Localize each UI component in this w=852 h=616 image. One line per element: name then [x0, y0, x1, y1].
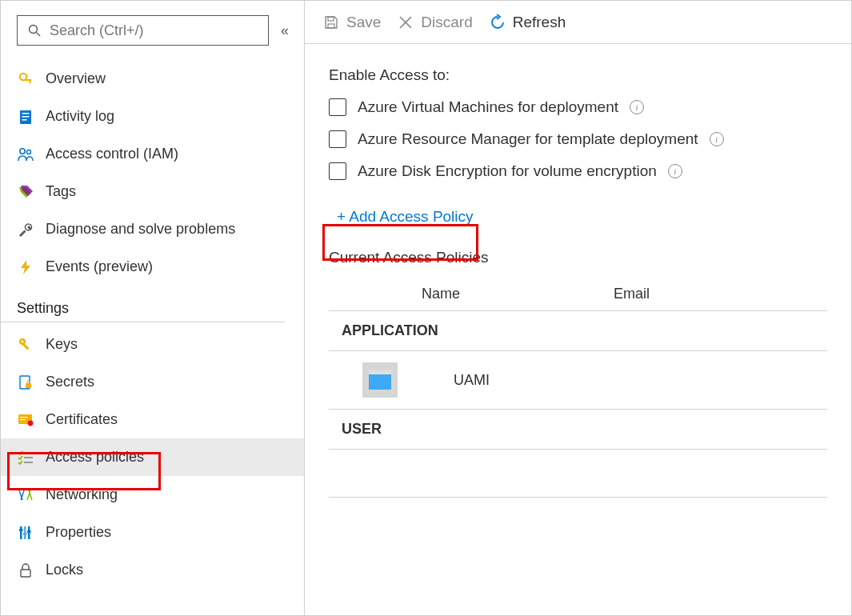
- search-row: «: [1, 15, 304, 60]
- checkbox-arm-template: Azure Resource Manager for template depl…: [329, 130, 827, 148]
- sidebar-item-access-policies[interactable]: Access policies: [1, 438, 304, 476]
- checkbox-input[interactable]: [329, 130, 346, 148]
- tags-icon: [17, 183, 34, 201]
- main-panel: Save Discard Refresh Enable Access to: A…: [305, 1, 851, 615]
- key-icon: [17, 336, 34, 354]
- search-icon: [26, 22, 43, 39]
- info-icon[interactable]: i: [630, 100, 644, 114]
- add-access-policy-link[interactable]: + Add Access Policy: [329, 204, 482, 230]
- checkbox-label: Azure Virtual Machines for deployment: [358, 98, 618, 116]
- table-row[interactable]: UAMI: [329, 351, 827, 410]
- sidebar-item-overview[interactable]: Overview: [1, 60, 304, 98]
- svg-rect-13: [22, 343, 29, 350]
- svg-rect-28: [23, 533, 27, 535]
- application-icon: [362, 362, 398, 398]
- sidebar-item-label: Access control (IAM): [46, 146, 178, 162]
- refresh-icon: [489, 14, 506, 31]
- refresh-label: Refresh: [513, 14, 566, 31]
- activity-log-icon: [17, 108, 34, 126]
- wrench-icon: [17, 221, 34, 238]
- sidebar-item-label: Overview: [46, 70, 106, 87]
- svg-rect-27: [19, 529, 23, 531]
- lightning-icon: [17, 258, 34, 276]
- svg-rect-32: [328, 24, 334, 28]
- sidebar-item-diagnose[interactable]: Diagnose and solve problems: [1, 210, 304, 248]
- nav-list: Overview Activity log Access control (IA…: [1, 60, 304, 286]
- certificate-icon: [17, 411, 34, 429]
- column-name: Name: [342, 286, 614, 302]
- table-header: Name Email: [329, 278, 827, 311]
- toolbar: Save Discard Refresh: [305, 1, 851, 44]
- info-icon[interactable]: i: [710, 132, 724, 146]
- discard-label: Discard: [421, 14, 472, 31]
- sidebar-item-label: Events (preview): [46, 258, 153, 275]
- sidebar: « Overview Activity log Access control (…: [1, 1, 305, 615]
- sidebar-item-locks[interactable]: Locks: [1, 551, 304, 589]
- sidebar-item-label: Diagnose and solve problems: [46, 221, 235, 238]
- row-name: UAMI: [417, 372, 490, 389]
- save-button[interactable]: Save: [322, 14, 381, 31]
- secrets-icon: [17, 374, 34, 391]
- collapse-sidebar-button[interactable]: «: [277, 22, 293, 38]
- svg-point-12: [22, 340, 24, 342]
- search-box[interactable]: [17, 15, 269, 46]
- checkbox-input[interactable]: [329, 98, 346, 116]
- sidebar-item-keys[interactable]: Keys: [1, 326, 304, 363]
- discard-button[interactable]: Discard: [397, 14, 472, 31]
- svg-rect-30: [21, 570, 30, 577]
- key-vault-icon: [17, 70, 34, 88]
- properties-icon: [17, 524, 34, 542]
- sidebar-item-tags[interactable]: Tags: [1, 173, 304, 210]
- networking-icon: [17, 486, 34, 504]
- sidebar-item-activity-log[interactable]: Activity log: [1, 98, 304, 135]
- sidebar-item-secrets[interactable]: Secrets: [1, 363, 304, 401]
- search-input[interactable]: [50, 22, 260, 39]
- svg-rect-8: [22, 119, 27, 121]
- svg-point-20: [28, 420, 34, 426]
- sidebar-section-settings: Settings: [1, 286, 285, 322]
- svg-rect-19: [20, 419, 26, 420]
- svg-point-0: [30, 26, 38, 34]
- enable-access-label: Enable Access to:: [329, 66, 827, 84]
- info-icon[interactable]: i: [668, 164, 682, 178]
- table-row-empty: [329, 450, 827, 498]
- people-icon: [17, 146, 34, 163]
- checkbox-label: Azure Resource Manager for template depl…: [358, 130, 698, 148]
- svg-rect-18: [20, 417, 28, 418]
- refresh-button[interactable]: Refresh: [489, 14, 566, 31]
- sidebar-item-certificates[interactable]: Certificates: [1, 401, 304, 438]
- section-application: APPLICATION: [329, 311, 827, 351]
- sidebar-item-label: Certificates: [46, 411, 118, 428]
- sidebar-item-label: Secrets: [46, 374, 94, 390]
- sidebar-item-label: Networking: [46, 486, 118, 503]
- checkbox-vm-deployment: Azure Virtual Machines for deployment i: [329, 98, 827, 116]
- sidebar-item-label: Properties: [46, 524, 111, 541]
- svg-point-10: [27, 150, 31, 154]
- sidebar-item-label: Activity log: [46, 108, 114, 125]
- svg-rect-4: [30, 79, 31, 83]
- sidebar-item-label: Locks: [46, 562, 83, 578]
- sidebar-item-label: Keys: [46, 336, 78, 353]
- sidebar-item-networking[interactable]: Networking: [1, 476, 304, 514]
- sidebar-item-properties[interactable]: Properties: [1, 514, 304, 551]
- section-user: USER: [329, 410, 827, 450]
- current-policies-label: Current Access Policies: [329, 249, 827, 266]
- svg-line-1: [37, 33, 41, 37]
- settings-list: Keys Secrets Certificates Access policie…: [1, 326, 304, 589]
- content: Enable Access to: Azure Virtual Machines…: [305, 44, 851, 514]
- checkbox-disk-encryption: Azure Disk Encryption for volume encrypt…: [329, 162, 827, 180]
- checkbox-input[interactable]: [329, 162, 346, 180]
- svg-rect-24: [20, 526, 22, 539]
- svg-rect-31: [328, 17, 334, 21]
- save-icon: [322, 14, 340, 31]
- chevron-double-left-icon: «: [281, 22, 289, 39]
- svg-rect-6: [22, 113, 30, 114]
- sidebar-item-access-control[interactable]: Access control (IAM): [1, 135, 304, 173]
- column-email: Email: [614, 286, 814, 302]
- save-label: Save: [346, 14, 381, 31]
- checkbox-label: Azure Disk Encryption for volume encrypt…: [358, 162, 657, 180]
- sidebar-item-events[interactable]: Events (preview): [1, 248, 304, 286]
- svg-rect-29: [27, 530, 31, 533]
- sidebar-item-label: Tags: [46, 183, 76, 200]
- svg-point-2: [20, 73, 26, 79]
